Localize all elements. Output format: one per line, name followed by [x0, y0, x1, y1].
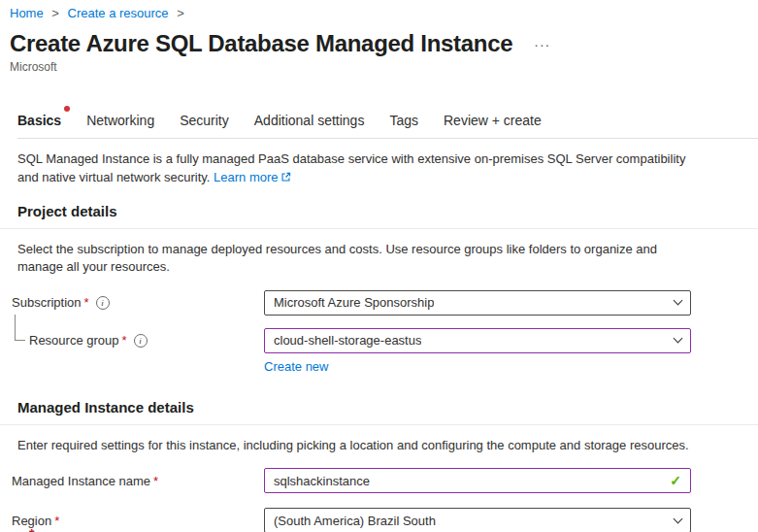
- title-row: Create Azure SQL Database Managed Instan…: [10, 30, 746, 57]
- breadcrumb: Home > Create a resource >: [10, 6, 746, 20]
- subscription-info-icon[interactable]: [96, 296, 110, 310]
- tab-networking[interactable]: Networking: [86, 113, 154, 128]
- subscription-label: Subscription *: [12, 295, 264, 310]
- instance-details-heading: Managed Instance details: [17, 399, 746, 416]
- intro-description: SQL Managed Instance is a fully managed …: [17, 151, 685, 184]
- chevron-down-icon: [674, 296, 683, 306]
- tab-basics-label: Basics: [17, 113, 61, 128]
- section-divider: [0, 424, 758, 425]
- resource-group-row: Resource group * cloud-shell-storage-eas…: [12, 328, 746, 353]
- page-title: Create Azure SQL Database Managed Instan…: [10, 30, 512, 57]
- more-menu-button[interactable]: ···: [534, 37, 550, 57]
- required-marker: *: [122, 333, 127, 348]
- learn-more-label: Learn more: [214, 170, 278, 184]
- breadcrumb-create-a-resource[interactable]: Create a resource: [68, 6, 169, 20]
- region-value: (South America) Brazil South: [274, 514, 436, 528]
- tab-review-create-label: Review + create: [444, 113, 542, 128]
- required-marker: *: [84, 295, 89, 310]
- learn-more-link[interactable]: Learn more: [214, 170, 290, 184]
- create-new-row: Create new: [264, 359, 746, 374]
- tab-tags-label: Tags: [389, 113, 418, 128]
- clipped-next-field-required-marker: *: [29, 526, 34, 532]
- region-row: Region * (South America) Brazil South: [12, 508, 746, 532]
- intro-text: SQL Managed Instance is a fully managed …: [17, 150, 699, 187]
- resource-group-dropdown[interactable]: cloud-shell-storage-eastus: [264, 328, 691, 353]
- tab-security-label: Security: [180, 113, 229, 128]
- project-details-description: Select the subscription to manage deploy…: [17, 241, 697, 277]
- tab-bar: Basics Networking Security Additional se…: [17, 113, 758, 139]
- instance-name-row: Managed Instance name * sqlshackinstance: [12, 468, 746, 493]
- tab-basics[interactable]: Basics: [17, 113, 61, 128]
- tab-security[interactable]: Security: [180, 113, 229, 128]
- create-new-resource-group-link[interactable]: Create new: [264, 359, 328, 374]
- breadcrumb-home[interactable]: Home: [10, 6, 44, 20]
- breadcrumb-separator: >: [51, 6, 59, 20]
- tab-tags[interactable]: Tags: [389, 113, 418, 128]
- chevron-down-icon: [674, 514, 683, 523]
- external-link-icon: [280, 172, 291, 183]
- section-divider: [0, 228, 758, 229]
- instance-details-form: Managed Instance name * sqlshackinstance…: [12, 468, 746, 532]
- resource-group-label-text: Resource group: [29, 333, 119, 348]
- chevron-down-icon: [674, 334, 683, 344]
- instance-name-input[interactable]: sqlshackinstance: [264, 468, 691, 493]
- instance-details-description: Enter required settings for this instanc…: [17, 437, 697, 454]
- region-dropdown[interactable]: (South America) Brazil South: [264, 508, 691, 532]
- project-details-heading: Project details: [17, 203, 746, 219]
- tree-connector-line: [15, 315, 25, 341]
- subscription-value: Microsoft Azure Sponsorship: [274, 295, 434, 310]
- project-details-form: Subscription * Microsoft Azure Sponsorsh…: [12, 290, 746, 374]
- subscription-label-text: Subscription: [12, 295, 82, 310]
- required-marker: *: [153, 474, 158, 488]
- subscription-dropdown[interactable]: Microsoft Azure Sponsorship: [264, 290, 691, 316]
- subscription-row: Subscription * Microsoft Azure Sponsorsh…: [12, 290, 746, 316]
- resource-group-info-icon[interactable]: [134, 334, 148, 348]
- instance-name-label: Managed Instance name *: [12, 474, 264, 488]
- region-label: Region *: [12, 514, 264, 528]
- tab-networking-label: Networking: [86, 113, 154, 128]
- tab-review-create[interactable]: Review + create: [444, 113, 542, 128]
- valid-check-icon: [670, 473, 681, 488]
- tab-additional-settings-label: Additional settings: [254, 113, 365, 128]
- instance-name-label-text: Managed Instance name: [12, 474, 150, 488]
- publisher-label: Microsoft: [10, 60, 746, 74]
- resource-group-value: cloud-shell-storage-eastus: [274, 333, 421, 348]
- breadcrumb-separator: >: [177, 6, 184, 20]
- required-marker: *: [54, 514, 59, 528]
- unsaved-changes-dot: [64, 106, 70, 112]
- instance-name-value: sqlshackinstance: [274, 474, 370, 488]
- resource-group-label: Resource group *: [12, 333, 264, 348]
- create-managed-instance-page: Home > Create a resource > Create Azure …: [0, 0, 758, 532]
- tab-additional-settings[interactable]: Additional settings: [254, 113, 365, 128]
